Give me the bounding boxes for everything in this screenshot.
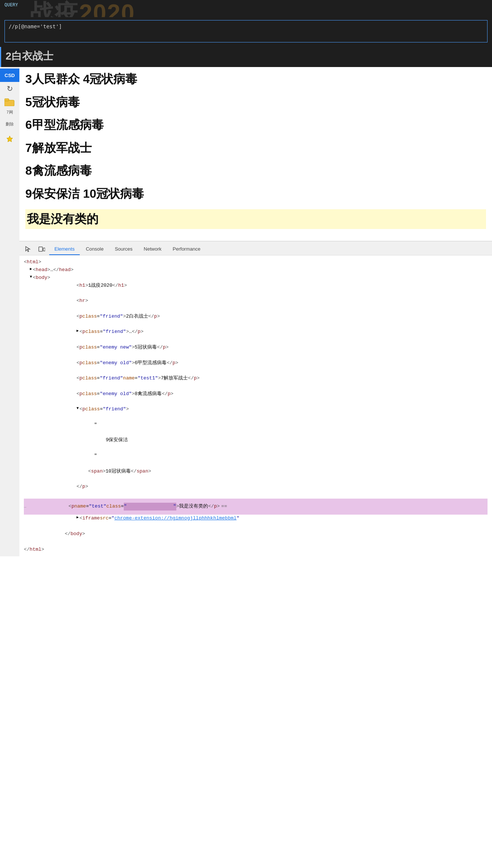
text-quote-1: " [24,421,488,437]
devtools-tabs: Elements Console Sources Network Perform… [19,241,492,255]
body-open[interactable]: <body> [24,274,488,282]
body-triangle[interactable] [30,274,32,280]
tab-console[interactable]: Console [81,243,109,255]
paragraph-4: 7解放军战士 [25,140,486,156]
csd-label: CSD [0,69,19,82]
paragraph-5: 8禽流感病毒 [25,163,486,179]
tab-sources[interactable]: Sources [110,243,138,255]
svg-rect-4 [39,247,42,251]
p-close: </p> [24,483,488,499]
svg-rect-1 [4,99,9,101]
refresh-icon[interactable]: ↻ [0,82,19,95]
device-toolbar-icon[interactable] [36,243,48,255]
p-enemy-old-1: <p class="enemy old">6甲型流感病毒</p> [24,359,488,375]
sidebar-label-7: 7网 [6,109,13,116]
text-9: 9保安保洁 [24,436,488,452]
page-subtitle: 2白衣战士 [0,47,492,67]
p-friend-2-collapsed[interactable]: <p class="friend">…</p> [24,328,488,344]
span-10: <span>10冠状病毒</span> [24,468,488,483]
ellipsis-btn[interactable]: … [24,503,26,510]
h1-element: <h1>1战疫2020</h1> [24,282,488,298]
sidebar-icon-extra: 删除 [0,117,19,131]
tab-network[interactable]: Network [139,243,167,255]
bg-title: 战疫2020 [30,0,135,17]
p-friend-open[interactable]: <p class="friend"> [24,406,488,421]
iframe-triangle[interactable] [76,515,79,521]
html-tree: <html> <head>…</head> <body> <h1>1战疫2020… [19,255,492,556]
p-friend-triangle[interactable] [76,406,79,411]
svg-rect-5 [43,248,45,251]
p-enemy-new: <p class="enemy new">5冠状病毒</p> [24,344,488,359]
html-tag: <html> [24,258,488,266]
iframe-element[interactable]: <iframe src="chrome-extension://hgimnogj… [24,515,488,530]
paragraph-3: 6甲型流感病毒 [25,117,486,133]
head-collapsed[interactable]: <head>…</head> [24,266,488,274]
p-friend-test1: <p class="friend" name="test1">7解放军战士</p… [24,375,488,390]
p-friend-2-triangle[interactable] [76,328,79,334]
svg-marker-3 [26,247,30,252]
inspect-element-icon[interactable] [22,243,34,255]
svg-marker-2 [7,136,13,142]
p-friend-1: <p class="friend">2白衣战士</p> [24,313,488,328]
html-close: </html> [24,546,488,554]
paragraph-6: 9保安保洁 10冠状病毒 [25,186,486,202]
paragraph-7-highlighted: 我是没有类的 [25,209,486,229]
body-close: </body> [24,530,488,546]
hr-element: <hr> [24,297,488,313]
paragraph-2: 5冠状病毒 [25,95,486,110]
p-test-highlighted[interactable]: … <p name="test" class=" ">我是没有类的</p>== [24,499,488,515]
tab-performance[interactable]: Performance [167,243,205,255]
head-triangle[interactable] [30,266,32,272]
query-label: QUERY [4,2,18,7]
text-quote-2: " [24,452,488,468]
query-input[interactable]: //p[@name='test'] [4,20,488,42]
tab-elements[interactable]: Elements [49,243,80,255]
iframe-src-link[interactable]: chrome-extension://hgimnogjllphhhkhlmebb… [114,515,237,521]
p-enemy-old-2: <p class="enemy old">8禽流感病毒</p> [24,390,488,406]
left-sidebar: CSD ↻ 7网 删除 [0,67,19,556]
query-value: //p[@name='test'] [9,23,62,29]
folder-icon [0,95,19,109]
paragraph-1: 3人民群众 4冠状病毒 [25,71,486,87]
star-icon [0,132,19,146]
